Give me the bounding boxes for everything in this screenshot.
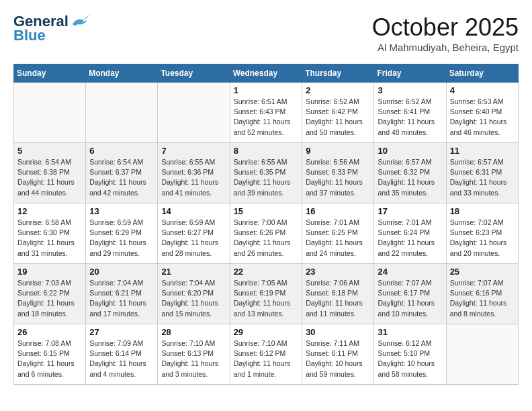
weekday-header-wednesday: Wednesday [230,64,302,83]
day-info: Sunrise: 7:07 AM Sunset: 6:16 PM Dayligh… [450,278,515,319]
day-info: Sunrise: 7:06 AM Sunset: 6:18 PM Dayligh… [306,278,370,319]
calendar-cell: 21Sunrise: 7:04 AM Sunset: 6:20 PM Dayli… [158,264,230,324]
logo: General Blue [13,13,90,44]
day-info: Sunrise: 6:59 AM Sunset: 6:29 PM Dayligh… [89,218,154,259]
logo-blue-text: Blue [13,27,46,44]
calendar-week-row: 5Sunrise: 6:54 AM Sunset: 6:38 PM Daylig… [14,143,519,203]
calendar-cell: 2Sunrise: 6:52 AM Sunset: 6:42 PM Daylig… [302,83,374,143]
day-number: 11 [450,146,515,156]
calendar-cell: 5Sunrise: 6:54 AM Sunset: 6:38 PM Daylig… [14,143,86,203]
day-number: 28 [161,327,226,337]
calendar-cell: 24Sunrise: 7:07 AM Sunset: 6:17 PM Dayli… [374,264,446,324]
day-info: Sunrise: 6:55 AM Sunset: 6:36 PM Dayligh… [161,157,226,198]
calendar-cell: 19Sunrise: 7:03 AM Sunset: 6:22 PM Dayli… [14,264,86,324]
weekday-header-thursday: Thursday [302,64,374,83]
calendar-cell: 11Sunrise: 6:57 AM Sunset: 6:31 PM Dayli… [446,143,518,203]
day-number: 26 [17,327,82,337]
weekday-header-saturday: Saturday [446,64,518,83]
day-number: 12 [17,206,82,216]
calendar-cell: 26Sunrise: 7:08 AM Sunset: 6:15 PM Dayli… [14,324,86,385]
calendar-cell: 30Sunrise: 7:11 AM Sunset: 6:11 PM Dayli… [302,324,374,385]
calendar-cell: 28Sunrise: 7:10 AM Sunset: 6:13 PM Dayli… [158,324,230,385]
calendar-cell: 18Sunrise: 7:02 AM Sunset: 6:23 PM Dayli… [446,203,518,264]
day-info: Sunrise: 7:04 AM Sunset: 6:20 PM Dayligh… [161,278,226,319]
day-info: Sunrise: 6:57 AM Sunset: 6:32 PM Dayligh… [378,157,442,198]
day-info: Sunrise: 6:57 AM Sunset: 6:31 PM Dayligh… [450,157,515,198]
calendar-cell [158,83,230,143]
weekday-header-monday: Monday [86,64,158,83]
day-info: Sunrise: 6:12 AM Sunset: 5:10 PM Dayligh… [378,338,442,379]
day-number: 27 [89,327,154,337]
calendar-cell: 13Sunrise: 6:59 AM Sunset: 6:29 PM Dayli… [86,203,158,264]
day-info: Sunrise: 7:08 AM Sunset: 6:15 PM Dayligh… [17,338,82,379]
day-info: Sunrise: 7:02 AM Sunset: 6:23 PM Dayligh… [450,218,515,259]
day-number: 9 [306,146,370,156]
day-info: Sunrise: 7:11 AM Sunset: 6:11 PM Dayligh… [306,338,370,379]
day-info: Sunrise: 6:52 AM Sunset: 6:41 PM Dayligh… [378,97,442,138]
calendar-week-row: 12Sunrise: 6:58 AM Sunset: 6:30 PM Dayli… [14,203,519,264]
day-info: Sunrise: 7:01 AM Sunset: 6:24 PM Dayligh… [378,218,442,259]
day-info: Sunrise: 6:51 AM Sunset: 6:43 PM Dayligh… [234,97,299,138]
day-number: 30 [306,327,370,337]
calendar-cell: 1Sunrise: 6:51 AM Sunset: 6:43 PM Daylig… [230,83,302,143]
calendar-cell: 31Sunrise: 6:12 AM Sunset: 5:10 PM Dayli… [374,324,446,385]
calendar-cell [446,324,518,385]
location-subtitle: Al Mahmudiyah, Beheira, Egypt [372,42,519,53]
day-number: 24 [378,267,442,277]
day-number: 19 [17,267,82,277]
calendar-week-row: 26Sunrise: 7:08 AM Sunset: 6:15 PM Dayli… [14,324,519,385]
calendar-cell: 29Sunrise: 7:10 AM Sunset: 6:12 PM Dayli… [230,324,302,385]
day-info: Sunrise: 6:52 AM Sunset: 6:42 PM Dayligh… [306,97,370,138]
calendar-cell: 17Sunrise: 7:01 AM Sunset: 6:24 PM Dayli… [374,203,446,264]
weekday-header-friday: Friday [374,64,446,83]
day-number: 6 [89,146,154,156]
day-number: 22 [234,267,299,277]
day-number: 23 [306,267,370,277]
day-number: 8 [234,146,299,156]
day-info: Sunrise: 7:10 AM Sunset: 6:13 PM Dayligh… [161,338,226,379]
month-title: October 2025 [372,13,519,42]
calendar-header-row: SundayMondayTuesdayWednesdayThursdayFrid… [14,64,519,83]
day-number: 14 [161,206,226,216]
day-number: 5 [17,146,82,156]
day-number: 10 [378,146,442,156]
day-info: Sunrise: 7:10 AM Sunset: 6:12 PM Dayligh… [234,338,299,379]
day-number: 4 [450,85,515,95]
day-number: 25 [450,267,515,277]
calendar-cell: 6Sunrise: 6:54 AM Sunset: 6:37 PM Daylig… [86,143,158,203]
day-info: Sunrise: 6:55 AM Sunset: 6:35 PM Dayligh… [234,157,299,198]
calendar-cell: 23Sunrise: 7:06 AM Sunset: 6:18 PM Dayli… [302,264,374,324]
day-number: 15 [234,206,299,216]
day-number: 17 [378,206,442,216]
day-info: Sunrise: 7:03 AM Sunset: 6:22 PM Dayligh… [17,278,82,319]
day-info: Sunrise: 7:00 AM Sunset: 6:26 PM Dayligh… [234,218,299,259]
day-number: 31 [378,327,442,337]
calendar-week-row: 1Sunrise: 6:51 AM Sunset: 6:43 PM Daylig… [14,83,519,143]
calendar-cell: 14Sunrise: 6:59 AM Sunset: 6:27 PM Dayli… [158,203,230,264]
day-number: 1 [234,85,299,95]
calendar-cell: 22Sunrise: 7:05 AM Sunset: 6:19 PM Dayli… [230,264,302,324]
calendar-cell: 27Sunrise: 7:09 AM Sunset: 6:14 PM Dayli… [86,324,158,385]
calendar-cell: 12Sunrise: 6:58 AM Sunset: 6:30 PM Dayli… [14,203,86,264]
calendar-cell: 9Sunrise: 6:56 AM Sunset: 6:33 PM Daylig… [302,143,374,203]
day-info: Sunrise: 7:05 AM Sunset: 6:19 PM Dayligh… [234,278,299,319]
day-info: Sunrise: 6:53 AM Sunset: 6:40 PM Dayligh… [450,97,515,138]
calendar-cell: 4Sunrise: 6:53 AM Sunset: 6:40 PM Daylig… [446,83,518,143]
day-number: 13 [89,206,154,216]
calendar-cell [86,83,158,143]
day-info: Sunrise: 6:56 AM Sunset: 6:33 PM Dayligh… [306,157,370,198]
day-info: Sunrise: 7:04 AM Sunset: 6:21 PM Dayligh… [89,278,154,319]
calendar-table: SundayMondayTuesdayWednesdayThursdayFrid… [13,64,519,385]
calendar-cell: 20Sunrise: 7:04 AM Sunset: 6:21 PM Dayli… [86,264,158,324]
day-info: Sunrise: 6:54 AM Sunset: 6:37 PM Dayligh… [89,157,154,198]
calendar-week-row: 19Sunrise: 7:03 AM Sunset: 6:22 PM Dayli… [14,264,519,324]
day-info: Sunrise: 7:07 AM Sunset: 6:17 PM Dayligh… [378,278,442,319]
weekday-header-sunday: Sunday [14,64,86,83]
calendar-cell: 25Sunrise: 7:07 AM Sunset: 6:16 PM Dayli… [446,264,518,324]
weekday-header-tuesday: Tuesday [158,64,230,83]
day-number: 7 [161,146,226,156]
day-number: 21 [161,267,226,277]
calendar-cell: 8Sunrise: 6:55 AM Sunset: 6:35 PM Daylig… [230,143,302,203]
calendar-cell: 3Sunrise: 6:52 AM Sunset: 6:41 PM Daylig… [374,83,446,143]
day-info: Sunrise: 7:09 AM Sunset: 6:14 PM Dayligh… [89,338,154,379]
